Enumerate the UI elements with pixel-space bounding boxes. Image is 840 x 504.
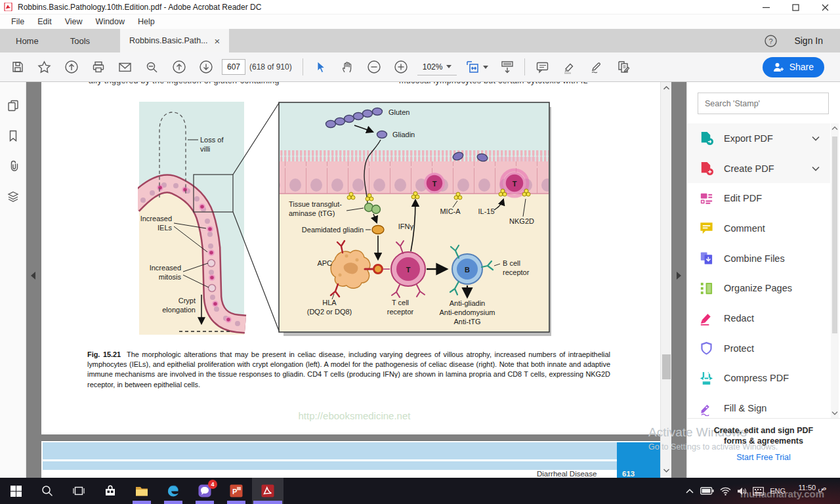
zoom-in-icon[interactable] bbox=[388, 54, 415, 79]
next-pdf-page: Diarrheal Disease 613 bbox=[41, 441, 663, 478]
next-page-icon[interactable] bbox=[192, 54, 219, 79]
star-icon[interactable] bbox=[31, 54, 58, 79]
highlight-icon[interactable] bbox=[556, 54, 583, 79]
scrollbar-thumb[interactable] bbox=[832, 136, 837, 333]
tab-tools[interactable]: Tools bbox=[54, 29, 106, 52]
viber-badge: 4 bbox=[208, 480, 217, 489]
menu-window[interactable]: Window bbox=[90, 16, 131, 28]
organize-pages-icon bbox=[699, 281, 714, 296]
promo-title-line2: forms & agreements bbox=[687, 436, 840, 446]
sidebar-item-redact[interactable]: Redact bbox=[687, 303, 830, 333]
sidebar-item-combine-files[interactable]: Combine Files bbox=[687, 243, 830, 274]
sidebar-item-edit-pdf[interactable]: Edit PDF bbox=[687, 183, 830, 213]
start-free-trial-link[interactable]: Start Free Trial bbox=[736, 453, 791, 462]
select-tool-icon[interactable] bbox=[307, 54, 334, 79]
sign-icon[interactable] bbox=[583, 54, 610, 79]
compress-pdf-icon bbox=[699, 371, 714, 386]
language-indicator[interactable]: ENG bbox=[770, 487, 786, 495]
powerpoint-icon[interactable]: P bbox=[220, 478, 252, 504]
svg-text:T: T bbox=[513, 180, 517, 188]
ebooks-watermark: http://ebooksmedicine.net bbox=[272, 410, 436, 421]
redact-icon bbox=[699, 310, 714, 326]
scroll-up-icon[interactable] bbox=[663, 85, 670, 91]
svg-text:Deamidated gliadin: Deamidated gliadin bbox=[302, 226, 364, 234]
help-icon[interactable]: ? bbox=[765, 35, 777, 47]
attachments-icon[interactable] bbox=[7, 159, 20, 173]
menu-file[interactable]: File bbox=[5, 16, 30, 28]
sidebar-item-export-pdf[interactable]: Export PDF bbox=[687, 123, 830, 154]
bookmarks-icon[interactable] bbox=[7, 129, 20, 142]
svg-text:Anti-endomysium: Anti-endomysium bbox=[440, 308, 495, 316]
menu-edit[interactable]: Edit bbox=[32, 16, 58, 28]
next-page-header-band2 bbox=[43, 461, 617, 470]
pdf-page: ally triggered by the ingestion of glute… bbox=[41, 82, 663, 434]
close-button[interactable] bbox=[810, 0, 840, 14]
touch-keyboard-icon[interactable] bbox=[753, 487, 764, 495]
sidebar-item-create-pdf[interactable]: Create PDF bbox=[687, 154, 830, 184]
save-icon[interactable] bbox=[4, 54, 31, 79]
layers-icon[interactable] bbox=[7, 190, 20, 203]
comment-tool-icon bbox=[699, 220, 714, 236]
sidebar-item-compress-pdf[interactable]: Compress PDF bbox=[687, 364, 830, 394]
reading-mode-icon[interactable] bbox=[494, 54, 520, 79]
scroll-up-icon[interactable] bbox=[831, 126, 838, 131]
previous-page-icon[interactable] bbox=[165, 54, 192, 79]
search-input[interactable] bbox=[698, 93, 829, 114]
sidebar-item-organize-pages[interactable]: Organize Pages bbox=[687, 273, 830, 303]
svg-text:IL-15: IL-15 bbox=[478, 207, 494, 215]
acrobat-file-icon bbox=[4, 3, 12, 11]
svg-text:APC: APC bbox=[317, 259, 332, 267]
maximize-button[interactable] bbox=[781, 0, 810, 14]
scrollbar-thumb[interactable] bbox=[662, 354, 671, 379]
tab-close-icon[interactable]: × bbox=[215, 36, 220, 46]
cloud-upload-icon[interactable] bbox=[58, 54, 85, 79]
search-icon[interactable] bbox=[138, 54, 165, 79]
zoom-level-dropdown[interactable]: 102% bbox=[417, 58, 457, 75]
scroll-down-icon[interactable] bbox=[663, 468, 670, 473]
sign-in-button[interactable]: Sign In bbox=[794, 35, 823, 46]
start-button[interactable] bbox=[0, 478, 32, 504]
forms-icon[interactable] bbox=[610, 54, 637, 79]
menu-view[interactable]: View bbox=[59, 16, 89, 28]
file-explorer-icon[interactable] bbox=[126, 478, 158, 504]
partial-text-left: ally triggered by the ingestion of glute… bbox=[89, 82, 280, 85]
task-view-icon[interactable] bbox=[63, 478, 94, 504]
share-button[interactable]: Share bbox=[763, 57, 824, 77]
microsoft-store-icon[interactable] bbox=[94, 478, 126, 504]
email-icon[interactable] bbox=[112, 54, 138, 79]
fit-width-icon[interactable] bbox=[459, 54, 494, 79]
edge-icon[interactable] bbox=[158, 478, 189, 504]
page-thumbnails-icon[interactable] bbox=[7, 99, 20, 112]
tab-home[interactable]: Home bbox=[0, 29, 54, 52]
battery-icon[interactable] bbox=[700, 487, 714, 495]
comment-icon[interactable] bbox=[529, 54, 556, 79]
viber-icon[interactable]: 4 bbox=[189, 478, 220, 504]
main-toolbar: 607 (618 of 910) 102% Share bbox=[0, 52, 840, 82]
wifi-icon[interactable] bbox=[720, 487, 731, 495]
sidebar-scrollbar[interactable] bbox=[831, 123, 839, 419]
svg-text:IELs: IELs bbox=[158, 224, 173, 232]
expand-right-panel-icon[interactable] bbox=[676, 271, 682, 280]
tab-document[interactable]: Robbins.Basic.Path... × bbox=[120, 29, 229, 52]
acrobat-taskbar-icon[interactable] bbox=[252, 478, 284, 504]
print-icon[interactable] bbox=[85, 54, 112, 79]
tray-expand-icon[interactable] bbox=[685, 488, 694, 494]
scroll-down-icon[interactable] bbox=[831, 411, 838, 415]
document-scrollbar[interactable] bbox=[660, 82, 671, 478]
page-number-input[interactable]: 607 bbox=[222, 59, 245, 75]
taskbar-search-icon[interactable] bbox=[32, 478, 63, 504]
menu-help[interactable]: Help bbox=[132, 16, 161, 28]
svg-text:(DQ2 or DQ8): (DQ2 or DQ8) bbox=[307, 308, 352, 316]
collapse-left-panel-icon[interactable] bbox=[30, 271, 36, 280]
promo-title-line1: Create, edit and sign PDF bbox=[687, 425, 840, 436]
minimize-button[interactable] bbox=[751, 0, 781, 14]
svg-text:aminase (tTG): aminase (tTG) bbox=[289, 209, 335, 217]
zoom-out-icon[interactable] bbox=[361, 54, 388, 79]
taskbar-clock[interactable]: 11:50 ص bbox=[791, 484, 833, 492]
hand-tool-icon[interactable] bbox=[334, 54, 361, 79]
sidebar-item-comment[interactable]: Comment bbox=[687, 213, 830, 243]
speaker-icon[interactable] bbox=[737, 487, 747, 495]
sidebar-item-protect[interactable]: Protect bbox=[687, 333, 830, 364]
windows-taskbar: 4 P ENG 11:50 ص bbox=[0, 478, 840, 504]
svg-text:Anti-gliadin: Anti-gliadin bbox=[450, 299, 485, 307]
